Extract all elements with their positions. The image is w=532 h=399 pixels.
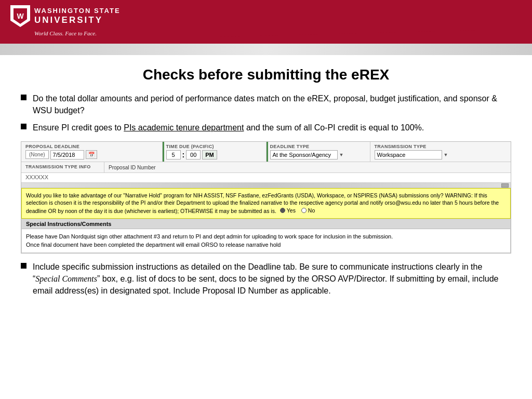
bullet-text-1: Do the total dollar amounts and period o… (33, 92, 511, 116)
yellow-warning-box: Would you like to take advantage of our … (21, 188, 511, 219)
bottom-bullet-item: Include specific submission instructions… (21, 261, 511, 297)
proposal-id-label: Proposal ID Number (109, 165, 156, 170)
deadline-type-select[interactable]: At the Sponsor/Agency (270, 150, 338, 159)
special-instructions-section: Special Instructions/Comments Please hav… (21, 219, 511, 253)
proposal-deadline-cell: PROPOSAL DEADLINE (None) 7/5/2018 📅 (21, 142, 163, 162)
proposal-deadline-label: PROPOSAL DEADLINE (25, 144, 158, 149)
deadline-type-cell: DEADLINE TYPE At the Sponsor/Agency ▼ (267, 142, 370, 162)
bullet-2-after: and the sum of all Co-PI credit is equal… (244, 123, 424, 132)
shield-letter: W (17, 12, 23, 20)
bottom-bullet-list: Include specific submission instructions… (21, 261, 511, 297)
erex-form-screenshot: PROPOSAL DEADLINE (None) 7/5/2018 📅 TIME… (21, 141, 511, 254)
yes-label: Yes (287, 207, 296, 215)
slide-title: Checks before submitting the eREX (21, 66, 511, 83)
deadline-type-chevron: ▼ (339, 152, 344, 157)
shield-inner: W (14, 8, 27, 24)
scrollbar-row[interactable] (21, 183, 511, 188)
transmission-type-inputs: Workspace ▼ (375, 150, 507, 159)
time-minute-input[interactable]: 00 (186, 150, 201, 159)
special-instructions-line-1: Please have Dan Nordquist sign other att… (26, 232, 506, 241)
tagline: World Class. Face to Face. (10, 30, 121, 36)
transmission-type-cell: TRANSMISSION TYPE Workspace ▼ (370, 142, 511, 162)
transmission-type-select[interactable]: Workspace (375, 150, 442, 159)
no-label: No (308, 207, 315, 215)
bullet-square-icon (21, 95, 26, 100)
none-value[interactable]: (None) (25, 150, 49, 159)
form-second-row: TRANSMISSION TYPE INFO Proposal ID Numbe… (21, 162, 511, 173)
proposal-id-cell: Proposal ID Number (104, 162, 511, 172)
header: W Washington State University World Clas… (0, 0, 532, 44)
logo-text-block: W Washington State University (10, 5, 121, 27)
special-instructions-body[interactable]: Please have Dan Nordquist sign other att… (22, 229, 510, 252)
time-due-label: TIME DUE (Pacific) (166, 144, 262, 149)
form-top-row: PROPOSAL DEADLINE (None) 7/5/2018 📅 TIME… (21, 142, 511, 162)
university-top-line: Washington State (34, 7, 121, 15)
bottom-bullet-square-icon (21, 263, 26, 269)
special-comments-italic: Special Comments (35, 274, 97, 283)
calendar-icon[interactable]: 📅 (86, 150, 97, 159)
shield-icon: W (10, 5, 30, 27)
time-due-inputs: 5 : 00 PM (166, 150, 262, 159)
xxxxxx-value: XXXXXX (25, 174, 48, 180)
pi-dept-link[interactable]: PIs academic tenure department (124, 123, 244, 132)
date-input[interactable]: 7/5/2018 (50, 150, 84, 159)
transmission-type-chevron: ▼ (444, 152, 448, 157)
special-instructions-header: Special Instructions/Comments (22, 219, 510, 229)
proposal-deadline-inputs: (None) 7/5/2018 📅 (25, 150, 158, 159)
bottom-after: ” box, e.g. list of docs to be sent, doc… (33, 274, 499, 295)
university-name: Washington State University (34, 7, 121, 25)
xxxxxx-row: XXXXXX (21, 173, 511, 183)
time-colon: : (182, 151, 185, 159)
special-instructions-line-2: Once final document have been completed … (26, 241, 506, 249)
bullet-square-icon-2 (21, 124, 26, 129)
deadline-type-inputs: At the Sponsor/Agency ▼ (270, 150, 366, 159)
bullet-text-2: Ensure PI credit goes to PIs academic te… (33, 122, 511, 134)
logo-area: W Washington State University World Clas… (10, 5, 121, 36)
yellow-warning-text: Would you like to take advantage of our … (26, 192, 499, 215)
transmission-info-label: TRANSMISSION TYPE INFO (25, 164, 100, 169)
main-content: Checks before submitting the eREX Do the… (0, 55, 532, 315)
bottom-bullet-text: Include specific submission instructions… (33, 261, 511, 297)
bullet-list: Do the total dollar amounts and period o… (21, 92, 511, 134)
bullet-item-2: Ensure PI credit goes to PIs academic te… (21, 122, 511, 134)
time-ampm-input[interactable]: PM (202, 150, 217, 159)
university-bottom-line: University (34, 15, 121, 25)
yes-radio[interactable]: Yes (280, 207, 296, 215)
bullet-item-1: Do the total dollar amounts and period o… (21, 92, 511, 116)
no-radio-circle (301, 208, 307, 213)
time-due-cell: TIME DUE (Pacific) 5 : 00 PM (163, 142, 267, 162)
bullet-2-before: Ensure PI credit goes to (33, 123, 124, 132)
scroll-handle[interactable] (501, 183, 509, 188)
transmission-info-cell: TRANSMISSION TYPE INFO (21, 162, 104, 172)
deadline-type-label: DEADLINE TYPE (270, 144, 366, 149)
yes-radio-circle (280, 208, 285, 213)
gray-divider-bar (0, 44, 532, 55)
bottom-bullet-section: Include specific submission instructions… (21, 261, 511, 297)
time-hour-input[interactable]: 5 (166, 150, 181, 159)
no-radio[interactable]: No (301, 207, 315, 215)
transmission-type-label: TRANSMISSION TYPE (375, 144, 507, 149)
